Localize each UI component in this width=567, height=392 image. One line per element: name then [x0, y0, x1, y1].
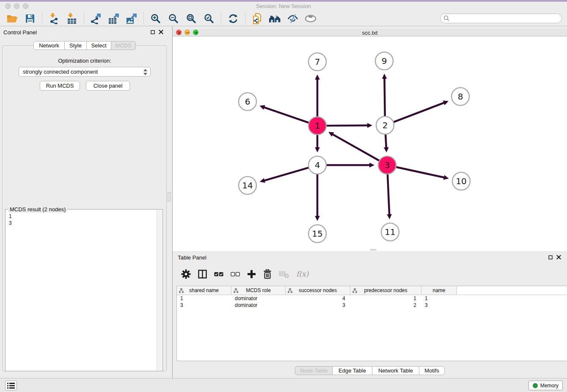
column-header-name[interactable]: name: [421, 286, 457, 295]
edge-4-3[interactable]: [326, 163, 374, 168]
edge-1-2[interactable]: [326, 123, 372, 128]
edge-4-15[interactable]: [315, 174, 320, 221]
deselect-all-rows-button[interactable]: [231, 271, 240, 277]
table-row[interactable]: 3dominator323: [177, 302, 567, 309]
table-tab-edge-table[interactable]: Edge Table: [332, 366, 372, 375]
table-cell[interactable]: 1: [177, 295, 231, 302]
clone-network-button[interactable]: [250, 12, 265, 25]
import-table-button[interactable]: [64, 12, 80, 25]
toolbar-separator: [245, 13, 245, 25]
edge-3-10[interactable]: [396, 167, 449, 180]
column-flow-icon: [234, 288, 238, 293]
table-cell[interactable]: 3: [286, 302, 350, 309]
result-scrollbar[interactable]: [157, 210, 162, 370]
table-cell[interactable]: 1: [421, 295, 457, 302]
export-table-icon: [108, 13, 120, 24]
edge-3-1[interactable]: [328, 132, 380, 161]
graph-node-6[interactable]: 6: [239, 93, 256, 110]
column-header-predecessor-nodes[interactable]: predecessor nodes: [350, 286, 421, 295]
zoom-in-icon: [151, 14, 161, 24]
zoom-out-button[interactable]: [166, 12, 181, 25]
edge-4-14[interactable]: [260, 168, 309, 183]
houses-button[interactable]: [267, 12, 283, 25]
import-network-button[interactable]: [47, 12, 62, 25]
graph-node-10[interactable]: 10: [452, 172, 470, 190]
search-field[interactable]: [440, 14, 562, 23]
edge-2-9[interactable]: [382, 74, 387, 117]
export-image-button[interactable]: [124, 12, 139, 25]
close-table-panel-icon[interactable]: [556, 255, 561, 259]
table-cell[interactable]: 4: [286, 295, 350, 302]
graph-node-11[interactable]: 11: [381, 223, 399, 241]
create-column-button[interactable]: [247, 270, 256, 279]
hide-selected-button[interactable]: [285, 12, 300, 25]
column-header-label: predecessor nodes: [364, 287, 407, 293]
column-header-MCDS-role[interactable]: MCDS role: [231, 286, 286, 295]
tab-select[interactable]: Select: [86, 41, 111, 50]
node-label: 15: [312, 229, 322, 239]
graph-node-7[interactable]: 7: [308, 53, 326, 71]
optimization-criterion-label: Optimization criterion:: [0, 58, 169, 64]
close-panel-button[interactable]: Close panel: [86, 81, 130, 91]
memory-button[interactable]: Memory: [528, 381, 563, 390]
delete-column-button[interactable]: [263, 269, 272, 279]
table-row[interactable]: 1dominator411: [177, 295, 567, 302]
export-table-button[interactable]: [106, 12, 121, 25]
search-input[interactable]: [450, 14, 561, 23]
table-cell[interactable]: 3: [177, 302, 231, 309]
column-header-successor-nodes[interactable]: successor nodes: [286, 286, 350, 295]
table-cell[interactable]: dominator: [231, 295, 286, 302]
table-tab-motifs[interactable]: Motifs: [419, 366, 445, 375]
network-canvas[interactable]: 7968124314101511: [173, 36, 567, 251]
divider-grip[interactable]: [168, 192, 171, 202]
table-tab-network-table[interactable]: Network Table: [372, 366, 419, 375]
graph-node-2[interactable]: 2: [376, 116, 394, 134]
tab-style[interactable]: Style: [64, 41, 87, 50]
edge-1-6[interactable]: [259, 105, 309, 123]
edge-1-7[interactable]: [315, 75, 320, 117]
close-panel-icon[interactable]: [159, 30, 163, 34]
tab-mcds[interactable]: MCDS: [111, 41, 136, 50]
graph-node-14[interactable]: 14: [239, 177, 256, 194]
edge-3-11[interactable]: [387, 174, 392, 219]
table-cell[interactable]: 3: [421, 302, 457, 309]
tab-network[interactable]: Network: [33, 41, 65, 50]
criterion-dropdown[interactable]: strongly connected component: [19, 67, 151, 77]
graph-node-8[interactable]: 8: [451, 88, 469, 105]
table-cell[interactable]: dominator: [231, 302, 286, 309]
column-header-shared-name[interactable]: shared name: [177, 286, 231, 295]
edge-2-8[interactable]: [393, 101, 449, 122]
open-session-button[interactable]: [5, 12, 20, 25]
export-network-button[interactable]: [88, 12, 104, 25]
node-label: 4: [315, 160, 320, 170]
edge-2-3[interactable]: [384, 134, 389, 152]
node-label: 11: [385, 227, 395, 237]
run-mcds-button[interactable]: Run MCDS: [40, 81, 80, 91]
save-session-button[interactable]: [22, 12, 38, 25]
canvas-scroll-grip[interactable]: [370, 249, 377, 251]
float-panel-icon[interactable]: [151, 30, 155, 34]
select-all-rows-button[interactable]: [214, 271, 223, 277]
task-history-button[interactable]: [5, 381, 17, 390]
zoom-in-button[interactable]: [148, 12, 163, 25]
graph-node-15[interactable]: 15: [308, 225, 326, 243]
table-settings-button[interactable]: [181, 269, 191, 279]
network-frame-titlebar[interactable]: scc.txt: [173, 29, 567, 36]
gear-icon: [181, 269, 191, 279]
graph-node-9[interactable]: 9: [375, 52, 393, 70]
refresh-view-button[interactable]: [226, 12, 241, 25]
zoom-selected-button[interactable]: [201, 12, 217, 25]
zoom-fit-button[interactable]: [184, 12, 199, 25]
table-cell[interactable]: 1: [350, 295, 421, 302]
table-tab-node-table[interactable]: Node Table: [295, 366, 333, 375]
task-list-icon: [7, 382, 15, 389]
graph-node-1[interactable]: 1: [308, 117, 326, 135]
show-hidden-button[interactable]: [303, 12, 318, 25]
node-label: 8: [458, 91, 463, 102]
graph-node-3[interactable]: 3: [378, 156, 396, 174]
edge-1-4[interactable]: [315, 134, 320, 152]
float-table-panel-icon[interactable]: [548, 255, 553, 259]
table-cell[interactable]: 2: [350, 302, 421, 309]
show-column-panel-button[interactable]: [198, 270, 207, 279]
graph-node-4[interactable]: 4: [308, 156, 326, 174]
